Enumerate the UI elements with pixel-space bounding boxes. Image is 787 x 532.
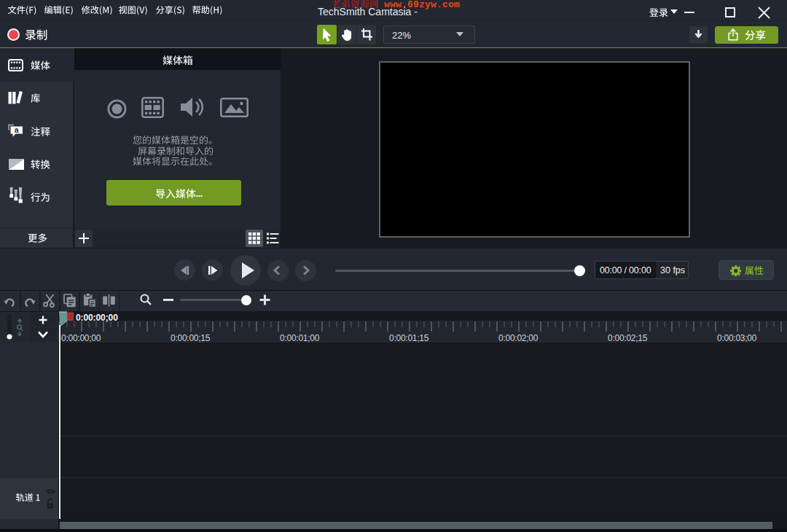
svg-text:a: a [15,125,19,134]
